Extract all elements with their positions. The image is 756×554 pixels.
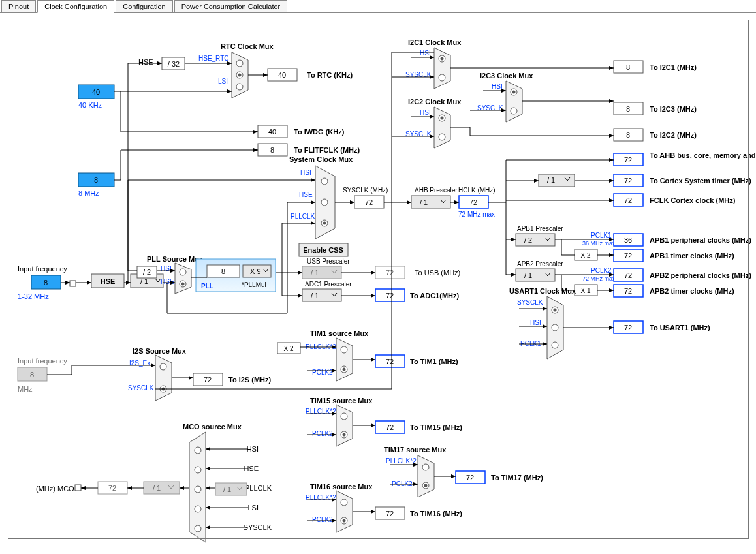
tab-configuration[interactable]: Configuration (116, 0, 172, 12)
diagram-frame (8, 20, 749, 539)
tab-pinout[interactable]: Pinout (1, 0, 36, 12)
tab-clock-configuration[interactable]: Clock Configuration (37, 0, 114, 13)
tab-power[interactable]: Power Consumption Calculator (174, 0, 288, 12)
tab-bar: Pinout Clock Configuration Configuration… (0, 0, 756, 13)
